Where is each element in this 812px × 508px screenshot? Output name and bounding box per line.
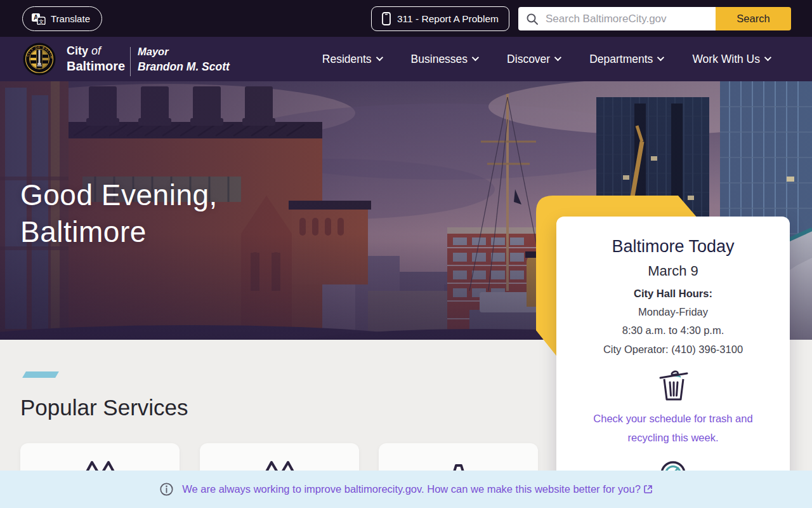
brand-divider [130,47,131,76]
mayor-title: Mayor [138,46,230,58]
translate-label: Translate [51,13,90,24]
chevron-down-icon [376,54,383,61]
nav-item-work-with-us[interactable]: Work With Us [692,53,769,66]
utility-bar: A 文 Translate 311 - Report A Problem Sea… [0,0,812,37]
hero-greeting: Good Evening, Baltimore [20,177,218,250]
search-button[interactable]: Search [716,7,791,30]
report-problem-label: 311 - Report A Problem [397,13,499,25]
main-navbar: CITY OF BALTIMORE C [0,37,812,81]
nav-label: Businesses [411,53,468,66]
search-icon [526,13,539,25]
brand-word-baltimore: Baltimore [67,59,125,73]
nav-label: Departments [589,53,653,66]
city-hall-days: Monday-Friday [556,306,790,318]
feedback-link[interactable]: We are always working to improve baltimo… [182,483,652,495]
city-operator-phone: City Operator: (410) 396-3100 [556,344,790,356]
search-input[interactable] [544,12,709,26]
mayor-name: Brandon M. Scott [138,60,230,73]
chevron-down-icon [472,54,479,61]
nav-item-discover[interactable]: Discover [507,53,560,66]
nav-label: Residents [322,53,372,66]
nav-item-departments[interactable]: Departments [589,53,662,66]
today-card-title: Baltimore Today [556,237,790,257]
translate-icon: A 文 [32,13,46,25]
baltimore-today-card: Baltimore Today March 9 City Hall Hours:… [556,217,790,508]
nav-item-residents[interactable]: Residents [322,53,381,66]
svg-text:文: 文 [39,18,44,24]
city-logo-link[interactable]: CITY OF BALTIMORE C [23,43,125,76]
nav-label: Discover [507,53,550,66]
feedback-message: We are always working to improve baltimo… [182,483,641,495]
trash-icon [657,368,690,402]
brand-word-of: of [91,44,101,57]
mayor-block: Mayor Brandon M. Scott [138,46,230,73]
hero-greeting-line1: Good Evening, [20,177,218,213]
nav-item-businesses[interactable]: Businesses [411,53,478,66]
feedback-banner: We are always working to improve baltimo… [0,471,812,508]
chevron-down-icon [554,54,561,61]
page: Good Evening, Baltimore A 文 Translate 31… [0,0,812,508]
report-problem-311-button[interactable]: 311 - Report A Problem [371,6,509,31]
info-icon [160,483,173,496]
baltimore-seal-icon: CITY OF BALTIMORE [23,43,56,76]
city-hall-times: 8:30 a.m. to 4:30 p.m. [556,324,790,337]
brand-word-city: City [67,44,88,57]
chevron-down-icon [657,54,664,61]
search-input-box [518,7,716,30]
site-search: Search [518,7,791,30]
today-card-date: March 9 [556,263,790,279]
popular-services-title: Popular Services [20,395,188,420]
phone-icon [382,12,391,25]
section-accent-bar [22,371,59,378]
trash-schedule-link[interactable]: Check your schedule for trash and recycl… [572,409,775,447]
primary-navigation: Residents Businesses Discover Department… [322,37,769,81]
city-hall-hours-label: City Hall Hours: [556,288,790,300]
chevron-down-icon [764,54,771,61]
nav-label: Work With Us [692,53,760,66]
external-link-icon [644,485,652,493]
hero-greeting-line2: Baltimore [20,213,218,250]
brand-text: City of Baltimore [67,45,125,73]
translate-button[interactable]: A 文 Translate [22,6,102,31]
